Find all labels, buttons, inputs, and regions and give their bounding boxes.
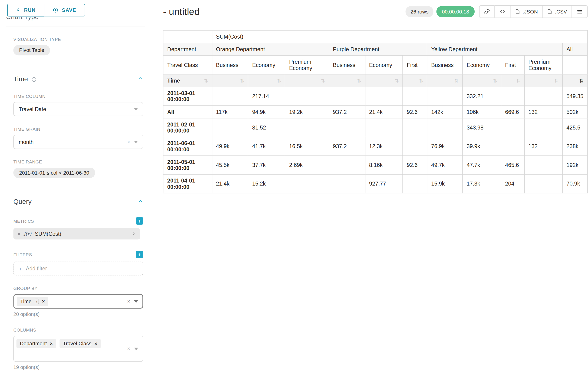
sort-icon[interactable]: ⇅	[493, 78, 497, 84]
pivot-value-cell: 49.7k	[427, 156, 463, 174]
embed-code-button[interactable]	[494, 5, 510, 18]
sort-icon[interactable]: ⇅	[554, 78, 558, 84]
pivot-value-cell: 12.3k	[365, 137, 403, 156]
time-row-label: Time	[167, 78, 180, 84]
chevron-right-icon[interactable]	[131, 232, 136, 236]
sort-icon[interactable]: ⇅	[395, 78, 399, 84]
chart-header-actions: 26 rows 00:00:00.18 .JSON .CSV	[406, 5, 588, 18]
pivot-value-cell: 332.21	[462, 87, 501, 106]
sortable-column-cell: ⇅	[403, 74, 427, 87]
add-metric-button[interactable]: +	[136, 217, 143, 225]
pivot-value-cell	[501, 87, 524, 106]
action-bar: RUN SAVE	[0, 0, 151, 17]
sort-icon[interactable]: ⇅	[277, 78, 281, 84]
sort-icon[interactable]: ⇅	[454, 78, 459, 84]
copy-link-button[interactable]	[479, 5, 494, 18]
pivot-value-cell	[524, 156, 562, 174]
time-grain-select[interactable]: month ×	[13, 135, 143, 149]
visualization-type-label: VISUALIZATION TYPE	[13, 37, 143, 42]
columns-select[interactable]: Department×Travel Class× ×	[13, 336, 143, 362]
columns-label: COLUMNS	[13, 328, 143, 332]
pivot-value-cell	[212, 87, 248, 106]
time-range-pill[interactable]: 2011-01-01 ≤ col < 2011-06-30	[13, 168, 95, 178]
sort-icon[interactable]: ⇅	[321, 78, 325, 84]
pivot-value-cell: 549.35	[562, 87, 588, 106]
time-range-label: TIME RANGE	[13, 160, 143, 164]
travel-class-column-header: Economy	[248, 55, 285, 74]
pivot-value-cell	[285, 118, 329, 137]
remove-metric-icon[interactable]: ×	[18, 231, 21, 237]
superset-explore-view: RUN SAVE Chart Type VISUALIZATION TYPE P…	[0, 0, 588, 372]
caret-down-icon	[134, 141, 138, 143]
sort-icon[interactable]: ⇅	[516, 78, 520, 84]
bolt-icon	[16, 7, 21, 13]
pivot-value-cell: 49.9k	[212, 137, 248, 156]
groupby-select[interactable]: Timei× ×	[13, 294, 143, 308]
pivot-table: SUM(Cost)DepartmentOrange DepartmentPurp…	[163, 30, 588, 193]
time-header-cell: Time⇅	[163, 74, 212, 87]
groupby-tag[interactable]: Timei×	[17, 297, 48, 306]
department-header-cell: Department	[163, 43, 212, 55]
travel-class-column-header: Premium Economy	[524, 55, 562, 74]
pivot-value-cell: 2.69k	[285, 156, 329, 174]
add-filter-label: Add filter	[26, 266, 47, 272]
chart-panel: - untitled 26 rows 00:00:00.18 .JSON	[151, 0, 588, 372]
clear-all-icon[interactable]: ×	[127, 346, 130, 352]
chevron-up-icon[interactable]	[138, 17, 143, 21]
pivot-value-cell	[329, 118, 365, 137]
control-panel: RUN SAVE Chart Type VISUALIZATION TYPE P…	[0, 0, 151, 372]
remove-tag-icon[interactable]: ×	[50, 341, 52, 346]
sortable-column-cell: ⇅	[501, 74, 524, 87]
menu-button[interactable]	[571, 5, 588, 18]
download-json-button[interactable]: .JSON	[510, 5, 543, 18]
remove-tag-icon[interactable]: ×	[94, 341, 97, 346]
columns-tag[interactable]: Travel Class×	[60, 339, 101, 348]
time-column-select[interactable]: Travel Date	[13, 102, 143, 116]
row-count-badge: 26 rows	[406, 6, 433, 17]
sort-icon[interactable]: ⇅	[204, 78, 208, 84]
pivot-value-cell: 192k	[562, 156, 588, 174]
sortable-column-cell: ⇅	[427, 74, 463, 87]
travel-class-column-header: Economy	[365, 55, 403, 74]
sort-icon[interactable]: ⇅	[240, 78, 244, 84]
pivot-value-cell: 132	[524, 106, 562, 118]
collapse-time-section-icon[interactable]	[138, 76, 143, 83]
pivot-value-cell	[329, 174, 365, 193]
metrics-label: METRICS	[13, 219, 34, 223]
run-button[interactable]: RUN	[7, 4, 44, 16]
columns-tag[interactable]: Department×	[17, 339, 56, 348]
sort-icon-active[interactable]: ⇅	[579, 78, 583, 84]
caret-down-icon[interactable]	[134, 300, 138, 303]
query-timer-badge: 00:00:00.18	[436, 6, 474, 17]
table-row: 2011-03-01 00:00:00217.14332.21549.35	[163, 87, 587, 106]
pivot-value-cell	[403, 137, 427, 156]
pivot-value-cell: 142k	[427, 106, 463, 118]
table-row: All117k94.9k19.2k937.221.4k92.6142k106k6…	[163, 106, 587, 118]
pivot-value-cell	[365, 87, 403, 106]
sort-icon[interactable]: ⇅	[357, 78, 361, 84]
add-filter-plus-button[interactable]: +	[136, 251, 143, 258]
pivot-value-cell	[524, 87, 562, 106]
caret-down-icon[interactable]	[134, 347, 138, 350]
save-button[interactable]: SAVE	[44, 4, 85, 16]
pivot-value-cell: 37.7k	[248, 156, 285, 174]
pivot-value-cell: 81.52	[248, 118, 285, 137]
time-column-value: Travel Date	[19, 106, 46, 112]
pivot-value-cell: 15.9k	[427, 174, 463, 193]
pivot-value-cell	[285, 174, 329, 193]
control-panel-body: VISUALIZATION TYPE Pivot Table Time TIME…	[0, 37, 151, 370]
add-filter-box[interactable]: + Add filter	[13, 262, 143, 275]
run-save-button-group: RUN SAVE	[7, 4, 85, 16]
clear-icon[interactable]: ×	[127, 139, 130, 145]
table-row: 2011-04-01 00:00:0021.4k15.2k927.7715.9k…	[163, 174, 587, 193]
query-section-header: Query	[13, 198, 143, 206]
sort-icon[interactable]: ⇅	[419, 78, 423, 84]
pivot-value-cell: 21.4k	[212, 174, 248, 193]
metric-pill[interactable]: × ƒ(x) SUM(Cost)	[13, 228, 140, 239]
download-csv-button[interactable]: .CSV	[542, 5, 572, 18]
viz-type-pill[interactable]: Pivot Table	[13, 45, 50, 55]
remove-tag-icon[interactable]: ×	[42, 299, 45, 304]
pivot-value-cell	[285, 87, 329, 106]
collapse-query-section-icon[interactable]	[138, 198, 143, 205]
clear-all-icon[interactable]: ×	[127, 298, 130, 304]
